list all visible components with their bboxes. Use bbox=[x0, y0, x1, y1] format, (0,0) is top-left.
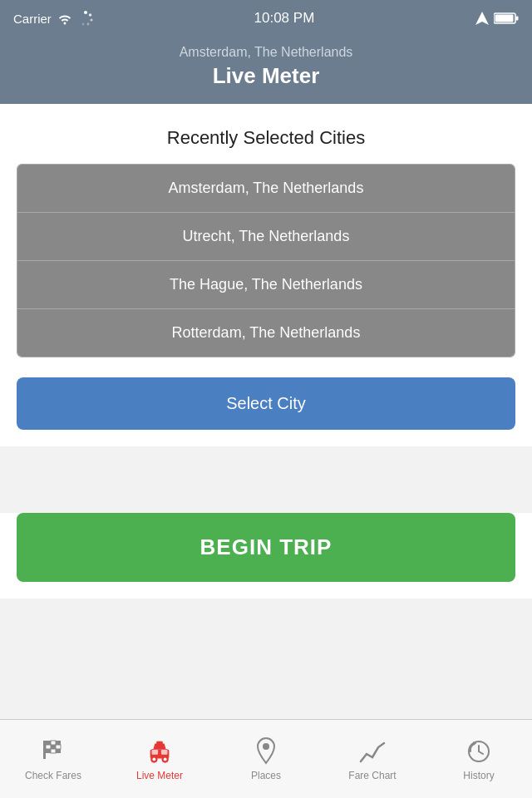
svg-rect-25 bbox=[152, 750, 159, 755]
svg-marker-20 bbox=[153, 744, 165, 750]
svg-rect-12 bbox=[56, 741, 61, 745]
fare-chart-icon bbox=[357, 736, 387, 766]
history-icon bbox=[464, 736, 494, 766]
city-item-hague[interactable]: The Hague, The Netherlands bbox=[17, 261, 515, 309]
tab-live-meter[interactable]: Live Meter bbox=[106, 720, 213, 798]
places-icon bbox=[251, 736, 281, 766]
spacer bbox=[0, 446, 532, 513]
activity-icon bbox=[78, 11, 93, 26]
begin-trip-button[interactable]: BEGIN TRIP bbox=[17, 513, 515, 582]
svg-rect-18 bbox=[56, 749, 61, 753]
svg-marker-5 bbox=[475, 12, 489, 25]
city-list: Amsterdam, The Netherlands Utrecht, The … bbox=[17, 164, 515, 357]
svg-point-28 bbox=[263, 743, 269, 750]
svg-rect-8 bbox=[515, 17, 518, 21]
main-content: Recently Selected Cities Amsterdam, The … bbox=[0, 104, 532, 446]
svg-rect-7 bbox=[495, 15, 513, 22]
header-title: Live Meter bbox=[0, 63, 532, 89]
location-icon bbox=[475, 12, 489, 25]
status-bar: Carrier 10:08 PM bbox=[0, 0, 532, 37]
svg-rect-10 bbox=[46, 741, 51, 745]
svg-point-0 bbox=[84, 11, 87, 14]
svg-rect-14 bbox=[51, 745, 56, 749]
header: Amsterdam, The Netherlands Live Meter bbox=[0, 37, 532, 104]
select-city-button[interactable]: Select City bbox=[17, 377, 515, 430]
city-item-utrecht[interactable]: Utrecht, The Netherlands bbox=[17, 213, 515, 261]
svg-rect-13 bbox=[46, 745, 51, 749]
svg-rect-15 bbox=[56, 745, 61, 749]
tab-bar: Check Fares Live Meter bbox=[0, 719, 532, 798]
svg-rect-11 bbox=[51, 741, 56, 745]
svg-point-3 bbox=[86, 23, 89, 26]
svg-rect-16 bbox=[46, 749, 51, 753]
section-title: Recently Selected Cities bbox=[17, 127, 515, 149]
wifi-icon bbox=[57, 12, 73, 25]
tab-check-fares[interactable]: Check Fares bbox=[0, 720, 106, 798]
svg-point-4 bbox=[81, 23, 84, 26]
live-meter-icon bbox=[145, 736, 175, 766]
tab-history-label: History bbox=[463, 770, 494, 781]
carrier-label: Carrier bbox=[13, 12, 52, 26]
svg-rect-9 bbox=[43, 741, 46, 759]
svg-point-2 bbox=[90, 18, 92, 21]
tab-history[interactable]: History bbox=[426, 720, 532, 798]
svg-point-22 bbox=[152, 758, 155, 761]
battery-icon bbox=[494, 12, 519, 25]
header-location: Amsterdam, The Netherlands bbox=[0, 45, 532, 60]
begin-trip-section: BEGIN TRIP bbox=[0, 513, 532, 598]
status-right bbox=[475, 12, 519, 25]
tab-fare-chart[interactable]: Fare Chart bbox=[319, 720, 426, 798]
city-item-rotterdam[interactable]: Rotterdam, The Netherlands bbox=[17, 309, 515, 357]
tab-places[interactable]: Places bbox=[213, 720, 319, 798]
city-item-amsterdam[interactable]: Amsterdam, The Netherlands bbox=[17, 165, 515, 213]
tab-fare-chart-label: Fare Chart bbox=[348, 770, 396, 781]
svg-point-1 bbox=[89, 13, 92, 17]
time-display: 10:08 PM bbox=[254, 10, 315, 27]
tab-places-label: Places bbox=[251, 770, 281, 781]
svg-rect-26 bbox=[161, 750, 168, 755]
status-left: Carrier bbox=[13, 11, 93, 26]
svg-rect-17 bbox=[51, 749, 56, 753]
svg-point-24 bbox=[164, 758, 167, 761]
check-fares-icon bbox=[38, 736, 68, 766]
tab-live-meter-label: Live Meter bbox=[136, 770, 183, 781]
tab-check-fares-label: Check Fares bbox=[25, 770, 81, 781]
svg-rect-27 bbox=[156, 741, 163, 745]
